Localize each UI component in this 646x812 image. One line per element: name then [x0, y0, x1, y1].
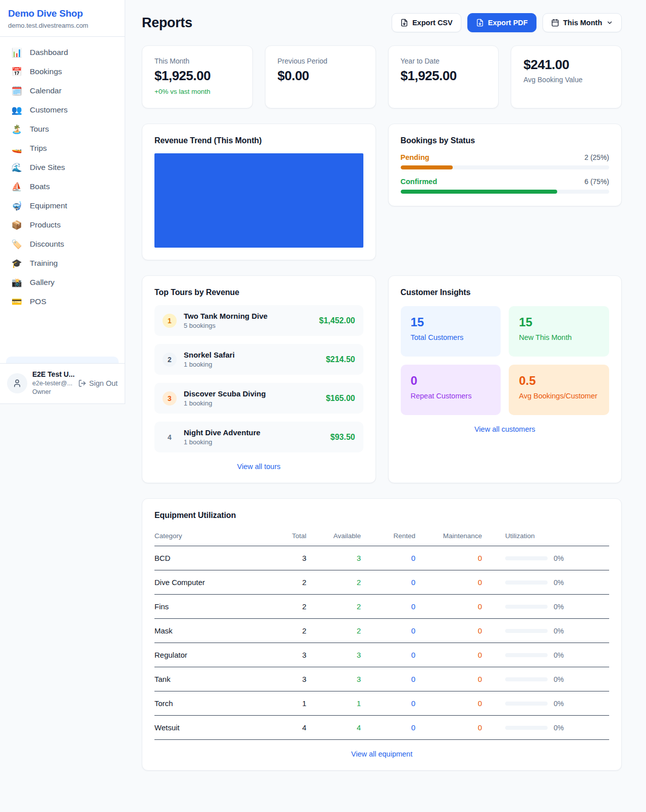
utilization-cell: 0%	[505, 700, 609, 708]
tour-list-item: 4Night Dive Adventure1 booking$93.50	[154, 422, 363, 452]
revenue-chart-block	[154, 153, 363, 248]
table-cell: 0	[415, 570, 482, 595]
sidebar-item-gallery[interactable]: 📸Gallery	[0, 273, 125, 292]
table-cell: 0%	[482, 667, 609, 691]
sidebar-item-calendar[interactable]: 🗓️Calendar	[0, 81, 125, 100]
bookings-icon: 📅	[11, 68, 22, 76]
log-out-icon	[78, 379, 86, 387]
status-row: Pending2 (25%)	[401, 153, 610, 169]
shop-domain: demo.test.divestreams.com	[8, 22, 117, 29]
table-cell: 0	[361, 546, 415, 570]
column-header: Total	[260, 527, 306, 546]
sidebar-item-trips[interactable]: 🚤Trips	[0, 139, 125, 158]
sidebar-item-boats[interactable]: ⛵Boats	[0, 177, 125, 196]
utilization-percent: 0%	[554, 724, 564, 732]
table-row: Mask22000%	[154, 619, 609, 643]
table-cell: 0	[415, 619, 482, 643]
discounts-icon: 🏷️	[11, 240, 22, 249]
period-dropdown[interactable]: This Month	[543, 13, 622, 32]
sidebar-item-dashboard[interactable]: 📊Dashboard	[0, 43, 125, 62]
export-pdf-button[interactable]: Export PDF	[467, 13, 536, 32]
utilization-track	[505, 605, 548, 609]
header-actions: Export CSV Export PDF This Month	[392, 13, 622, 32]
utilization-track	[505, 629, 548, 633]
page-header: Reports Export CSV Export PDF	[142, 13, 622, 32]
sidebar-item-label: Equipment	[30, 201, 67, 210]
sidebar-item-products[interactable]: 📦Products	[0, 215, 125, 235]
sidebar-item-pos[interactable]: 💳POS	[0, 292, 125, 311]
table-row: Regulator33000%	[154, 643, 609, 667]
user-icon	[13, 379, 22, 388]
equipment-table-head: CategoryTotalAvailableRentedMaintenanceU…	[154, 527, 609, 546]
sidebar-item-label: Training	[30, 259, 58, 268]
stat-label: Year to Date	[401, 57, 487, 65]
shop-header: Demo Dive Shop demo.test.divestreams.com	[0, 0, 125, 37]
table-cell: 3	[306, 546, 361, 570]
utilization-cell: 0%	[505, 675, 609, 683]
table-cell: Tank	[154, 667, 260, 691]
export-csv-button[interactable]: Export CSV	[392, 13, 461, 32]
user-name: E2E Test U...	[32, 370, 73, 379]
sidebar-item-discounts[interactable]: 🏷️Discounts	[0, 235, 125, 254]
customer-insights-title: Customer Insights	[401, 288, 610, 297]
sidebar-item-label: Products	[30, 220, 61, 229]
sidebar: Demo Dive Shop demo.test.divestreams.com…	[0, 0, 125, 404]
sidebar-item-equipment[interactable]: 🤿Equipment	[0, 196, 125, 215]
sidebar-item-label: Discounts	[30, 240, 64, 249]
table-cell: 2	[260, 595, 306, 619]
calendar-icon: 🗓️	[11, 87, 22, 95]
stat-delta: +0% vs last month	[154, 88, 240, 95]
utilization-percent: 0%	[554, 554, 564, 562]
sidebar-item-dive-sites[interactable]: 🌊Dive Sites	[0, 158, 125, 177]
insight-label: Avg Bookings/Customer	[519, 392, 599, 400]
table-cell: 3	[306, 667, 361, 691]
view-all-equipment-link[interactable]: View all equipment	[154, 750, 609, 758]
status-progress-track	[401, 190, 610, 194]
tour-name: Snorkel Safari	[184, 351, 235, 359]
revenue-trend-title: Revenue Trend (This Month)	[154, 136, 363, 145]
view-all-customers-link[interactable]: View all customers	[401, 425, 610, 433]
sidebar-item-tours[interactable]: 🏝️Tours	[0, 120, 125, 139]
boats-icon: ⛵	[11, 183, 22, 191]
tour-bookings-count: 1 booking	[184, 438, 260, 446]
tour-revenue: $214.50	[326, 355, 355, 364]
main-content: Reports Export CSV Export PDF	[125, 0, 646, 791]
table-cell: 0%	[482, 716, 609, 740]
table-cell: 0	[361, 570, 415, 595]
sidebar-item-customers[interactable]: 👥Customers	[0, 100, 125, 120]
sign-out-button[interactable]: Sign Out	[78, 379, 118, 387]
table-cell: 0%	[482, 619, 609, 643]
table-cell: Regulator	[154, 643, 260, 667]
sidebar-item-label: Boats	[30, 182, 50, 191]
table-cell: Fins	[154, 595, 260, 619]
customers-icon: 👥	[11, 106, 22, 114]
insight-value: 0.5	[519, 374, 599, 388]
view-all-tours-link[interactable]: View all tours	[154, 462, 363, 471]
top-tours-title: Top Tours by Revenue	[154, 288, 363, 297]
tour-bookings-count: 5 bookings	[184, 322, 267, 329]
sign-out-label: Sign Out	[89, 379, 118, 387]
sidebar-item-bookings[interactable]: 📅Bookings	[0, 62, 125, 81]
equipment-utilization-title: Equipment Utilization	[154, 511, 609, 520]
column-header: Category	[154, 527, 260, 546]
table-row: Fins22000%	[154, 595, 609, 619]
utilization-percent: 0%	[554, 651, 564, 659]
dashboard-icon: 📊	[11, 48, 22, 57]
tour-list-item: 1Two Tank Morning Dive5 bookings$1,452.0…	[154, 305, 363, 336]
utilization-percent: 0%	[554, 578, 564, 587]
table-cell: 3	[306, 643, 361, 667]
table-cell: 2	[260, 570, 306, 595]
table-row: Torch11000%	[154, 691, 609, 716]
sidebar-item-training[interactable]: 🎓Training	[0, 254, 125, 273]
column-header: Available	[306, 527, 361, 546]
stat-card-year-to-date: Year to Date $1,925.00	[388, 45, 499, 108]
column-header: Maintenance	[415, 527, 482, 546]
tour-list-item: 3Discover Scuba Diving1 booking$165.00	[154, 383, 363, 414]
insight-label: Total Customers	[411, 333, 491, 341]
tour-revenue: $1,452.00	[319, 316, 355, 325]
tour-info: Night Dive Adventure1 booking	[184, 428, 260, 446]
table-row: Wetsuit44000%	[154, 716, 609, 740]
sidebar-item-reports-active[interactable]	[6, 357, 119, 363]
tour-info: Snorkel Safari1 booking	[184, 351, 235, 368]
sidebar-item-label: Bookings	[30, 67, 62, 76]
